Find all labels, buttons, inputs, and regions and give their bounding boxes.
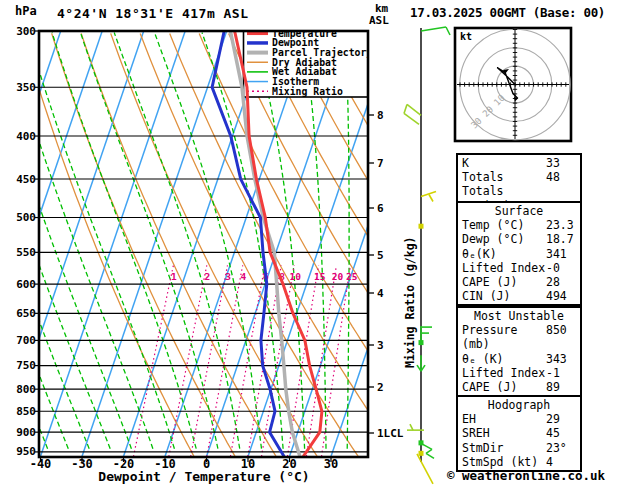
row-label: EH: [462, 412, 546, 426]
pressure-unit-label: hPa: [15, 4, 37, 18]
wind-barb: [417, 355, 425, 371]
row-label: StmSpd (kt): [462, 455, 546, 469]
table-row: SREH45: [458, 426, 580, 440]
row-label: StmDir: [462, 441, 546, 455]
km-tick-label: 3: [377, 339, 384, 352]
wet-adiabat-line: [0, 33, 89, 449]
row-label: θₑ(K): [462, 247, 546, 261]
hodograph: 102030kt: [455, 28, 571, 141]
row-label: Temp (°C): [462, 218, 546, 232]
table-title: Most Unstable: [458, 309, 580, 323]
wind-barb: [421, 191, 436, 201]
mixing-ratio-axis-title: Mixing Ratio (g/kg): [403, 236, 417, 368]
row-label: Totals Totals: [462, 170, 546, 198]
pressure-tick-label: 900: [16, 426, 36, 439]
table-row: StmDir23°: [458, 441, 580, 455]
row-value: 33: [546, 156, 576, 170]
row-value: 28: [546, 275, 576, 289]
row-value: 4: [546, 455, 576, 469]
row-value: 343: [546, 352, 576, 366]
mixing-ratio-value-label: 1: [171, 271, 177, 282]
pressure-tick-label: 850: [16, 405, 36, 418]
x-axis-title: Dewpoint / Temperature (°C): [39, 469, 369, 484]
legend-item-label: Mixing Ratio: [272, 86, 343, 97]
station-title: 4°24'N 18°31'E 417m ASL: [57, 6, 249, 21]
row-value: 89: [546, 380, 576, 394]
pressure-tick-label: 750: [16, 359, 36, 372]
table-row: Pressure (mb)850: [458, 323, 580, 351]
table-title: Hodograph: [458, 398, 580, 412]
pressure-tick-label: 700: [16, 334, 36, 347]
wind-barb: [419, 326, 433, 345]
mixing-ratio-line: [134, 265, 174, 456]
table-row: EH29: [458, 412, 580, 426]
row-value: 45: [546, 426, 576, 440]
table-row: CIN (J)494: [458, 289, 580, 303]
pressure-tick-label: 650: [16, 307, 36, 320]
table-row: θₑ(K)341: [458, 247, 580, 261]
pressure-tick-label: 500: [16, 211, 36, 224]
altitude-unit-asl: ASL: [369, 14, 389, 27]
table-row: StmSpd (kt)4: [458, 455, 580, 469]
mixing-ratio-value-label: 2: [205, 271, 211, 282]
row-label: SREH: [462, 426, 546, 440]
row-value: 494: [546, 289, 576, 303]
pressure-tick-label: 400: [16, 130, 36, 143]
row-value: 850: [546, 323, 576, 351]
row-label: CIN (J): [462, 289, 546, 303]
row-value: 23°: [546, 441, 576, 455]
wind-barb: [419, 224, 424, 229]
mixing-ratio-value-label: 15: [314, 271, 326, 282]
row-value: 23.3: [546, 218, 576, 232]
row-label: Lifted Index: [462, 261, 546, 275]
wet-adiabat-line: [27, 33, 174, 449]
table-row: K33: [458, 156, 580, 170]
mixing-ratio-value-label: 25: [346, 271, 358, 282]
mixing-ratio-value-label: 10: [289, 271, 301, 282]
km-tick-label: 7: [377, 157, 384, 170]
pressure-tick-label: 800: [16, 383, 36, 396]
run-datetime: 17.03.2025 00GMT (Base: 00): [410, 5, 605, 20]
table-row: CAPE (J)89: [458, 380, 580, 394]
table-row: Lifted Index-1: [458, 366, 580, 380]
indices-table-surface: SurfaceTemp (°C)23.3Dewp (°C)18.7θₑ(K)34…: [456, 201, 582, 306]
mixing-ratio-value-label: 3: [225, 271, 231, 282]
row-label: Pressure (mb): [462, 323, 546, 351]
table-row: Temp (°C)23.3: [458, 218, 580, 232]
row-value: 341: [546, 247, 576, 261]
indices-table-hodograph: HodographEH29SREH45StmDir23°StmSpd (kt)4: [456, 395, 582, 472]
row-label: CAPE (J): [462, 380, 546, 394]
km-tick-label: 2: [377, 381, 384, 394]
row-label: Dewp (°C): [462, 232, 546, 246]
pressure-tick-label: 600: [16, 278, 36, 291]
km-tick-label: 1LCL: [377, 427, 404, 440]
row-value: 18.7: [546, 232, 576, 246]
wet-adiabat-line: [52, 33, 196, 449]
table-row: Totals Totals48: [458, 170, 580, 198]
km-tick-label: 6: [377, 202, 384, 215]
pressure-tick-label: 350: [16, 81, 36, 94]
table-row: Dewp (°C)18.7: [458, 232, 580, 246]
table-title: Surface: [458, 204, 580, 218]
row-label: K: [462, 156, 546, 170]
table-row: θₑ (K)343: [458, 352, 580, 366]
mixing-ratio-value-label: 4: [241, 271, 247, 282]
row-label: Lifted Index: [462, 366, 546, 380]
pressure-tick-label: 450: [16, 173, 36, 186]
row-label: CAPE (J): [462, 275, 546, 289]
table-row: CAPE (J)28: [458, 275, 580, 289]
row-value: 29: [546, 412, 576, 426]
row-value: -1: [546, 366, 576, 380]
km-tick-label: 5: [377, 249, 384, 262]
km-tick-label: 8: [377, 109, 384, 122]
row-value: 48: [546, 170, 576, 198]
table-row: Lifted Index-0: [458, 261, 580, 275]
skewt-sounding-page: 12346810152025TemperatureDewpointParcel …: [0, 0, 629, 486]
row-label: θₑ (K): [462, 352, 546, 366]
pressure-tick-label: 300: [16, 25, 36, 38]
km-tick-label: 4: [377, 287, 384, 300]
isotherm-line: [40, 31, 185, 457]
dry-adiabat-line: [22, 33, 194, 456]
wind-barb: [404, 104, 421, 124]
mixing-ratio-value-label: 20: [332, 271, 344, 282]
